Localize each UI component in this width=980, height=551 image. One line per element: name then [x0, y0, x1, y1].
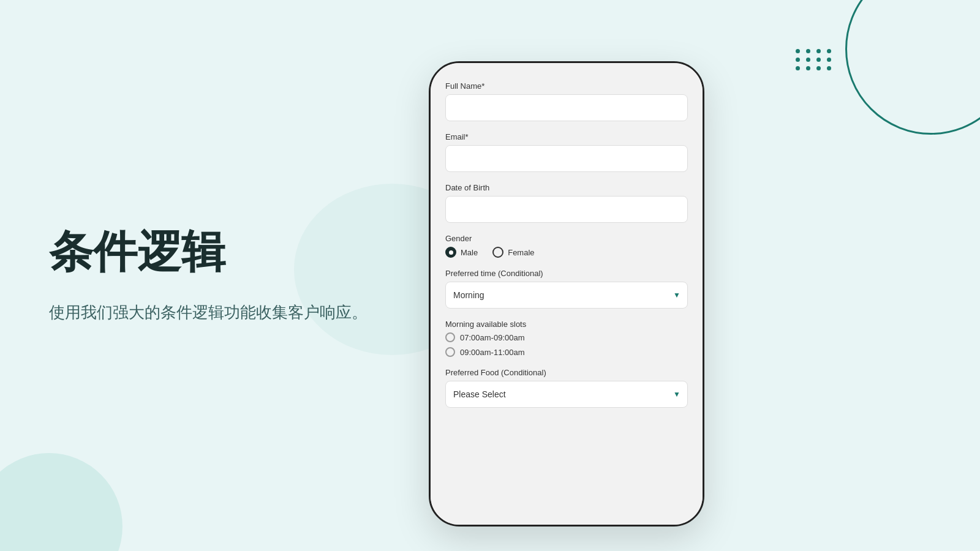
full-name-input[interactable]: [445, 94, 688, 121]
preferred-time-select-wrapper: Morning Afternoon Evening ▼: [445, 282, 688, 309]
slot-label-1: 07:00am-09:00am: [460, 333, 525, 342]
preferred-food-label: Preferred Food (Conditional): [445, 368, 688, 377]
slot-radio-1[interactable]: [445, 332, 455, 342]
preferred-time-select[interactable]: Morning Afternoon Evening: [445, 282, 688, 309]
dob-group: Date of Birth: [445, 183, 688, 223]
preferred-food-select-wrapper: Please Select Vegetarian Non-Vegetarian …: [445, 381, 688, 408]
dob-label: Date of Birth: [445, 183, 688, 192]
full-name-label: Full Name*: [445, 81, 688, 91]
preferred-food-group: Preferred Food (Conditional) Please Sele…: [445, 368, 688, 408]
slot-option-1[interactable]: 07:00am-09:00am: [445, 332, 688, 342]
email-group: Email*: [445, 132, 688, 172]
page-title: 条件逻辑: [49, 225, 368, 278]
gender-male-option[interactable]: Male: [445, 247, 478, 258]
preferred-time-group: Preferred time (Conditional) Morning Aft…: [445, 269, 688, 309]
preferred-time-label: Preferred time (Conditional): [445, 269, 688, 278]
gender-male-radio[interactable]: [445, 247, 456, 258]
gender-female-option[interactable]: Female: [492, 247, 534, 258]
full-name-group: Full Name*: [445, 81, 688, 121]
preferred-food-select[interactable]: Please Select Vegetarian Non-Vegetarian …: [445, 381, 688, 408]
morning-slots-group: Morning available slots 07:00am-09:00am …: [445, 320, 688, 357]
decorative-circle-top-right: [845, 0, 980, 135]
page-description: 使用我们强大的条件逻辑功能收集客户响应。: [49, 300, 368, 326]
gender-group: Gender Male Female: [445, 234, 688, 258]
gender-male-label: Male: [461, 248, 478, 257]
slot-radio-2[interactable]: [445, 347, 455, 357]
phone-mockup: Full Name* Email* Date of Birth Gender: [429, 61, 704, 527]
email-label: Email*: [445, 132, 688, 141]
gender-female-radio[interactable]: [492, 247, 503, 258]
slot-option-2[interactable]: 09:00am-11:00am: [445, 347, 688, 357]
left-panel: 条件逻辑 使用我们强大的条件逻辑功能收集客户响应。: [0, 0, 417, 551]
phone-screen: Full Name* Email* Date of Birth Gender: [431, 63, 703, 525]
slot-label-2: 09:00am-11:00am: [460, 348, 525, 357]
dots-decoration: [796, 49, 833, 70]
dob-input[interactable]: [445, 196, 688, 223]
gender-radio-group: Male Female: [445, 247, 688, 258]
phone-frame: Full Name* Email* Date of Birth Gender: [429, 61, 704, 527]
email-input[interactable]: [445, 145, 688, 172]
slots-list: 07:00am-09:00am 09:00am-11:00am: [445, 332, 688, 357]
morning-slots-label: Morning available slots: [445, 320, 688, 329]
gender-label: Gender: [445, 234, 688, 243]
gender-female-label: Female: [508, 248, 534, 257]
